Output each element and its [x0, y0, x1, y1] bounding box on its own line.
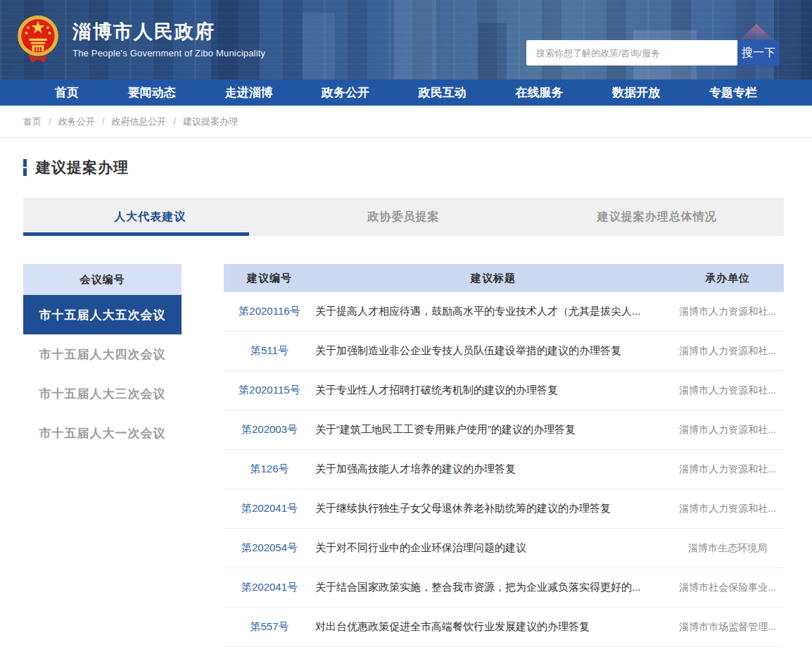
row-number-link[interactable]: 第126号 — [224, 463, 315, 476]
row-title-link[interactable]: 关于结合国家政策实施，整合我市资源，把为企业减负落实得更好的... — [315, 581, 671, 594]
row-title-link[interactable]: 关于“建筑工地民工工资专用账户使用”的建议的办理答复 — [315, 423, 671, 436]
row-org: 淄博市社会保险事业... — [671, 582, 784, 594]
table-row-6: 第202041号关于继续执行独生子女父母退休养老补助统筹的建议的办理答复淄博市人… — [224, 489, 784, 529]
table-row-8: 第202041号关于结合国家政策实施，整合我市资源，把为企业减负落实得更好的..… — [224, 568, 784, 608]
row-title-link[interactable]: 关于专业性人才招聘打破统考机制的建议的办理答复 — [315, 384, 671, 397]
suggestions-table: 建议编号建议标题承办单位 第2020116号关于提高人才相应待遇，鼓励高水平的专… — [224, 264, 784, 647]
site-brand: 淄博市人民政府 The People's Government of Zibo … — [15, 14, 265, 65]
row-org: 淄博市人力资源和社... — [671, 424, 784, 436]
table-header-cell-3: 承办单位 — [671, 272, 784, 285]
table-row-9: 第557号对出台优惠政策促进全市高端餐饮行业发展建议的办理答复淄博市市场监督管理… — [224, 608, 784, 647]
row-org: 淄博市人力资源和社... — [671, 384, 784, 397]
nav-item-7[interactable]: 数据开放 — [612, 84, 660, 101]
skyline-landmark — [740, 24, 773, 39]
main-nav: 首页要闻动态走进淄博政务公开政民互动在线服务数据开放专题专栏 — [0, 80, 812, 106]
row-number-link[interactable]: 第202041号 — [224, 581, 315, 594]
nav-item-2[interactable]: 要闻动态 — [128, 84, 176, 101]
site-title: 淄博市人民政府 — [72, 20, 265, 43]
row-org: 淄博市市场监督管理... — [671, 621, 784, 634]
breadcrumb-item-4: 建议提案办理 — [183, 115, 238, 128]
row-title-link[interactable]: 关于提高人才相应待遇，鼓励高水平的专业技术人才（尤其是拔尖人... — [315, 305, 671, 318]
nav-item-4[interactable]: 政务公开 — [322, 84, 369, 101]
page-title-row: 建议提案办理 — [23, 157, 789, 178]
page-title: 建议提案办理 — [36, 158, 129, 177]
sidebar-item-3[interactable]: 市十五届人大三次会议 — [23, 374, 182, 413]
row-org: 淄博市人力资源和社... — [671, 306, 784, 318]
sidebar-item-1[interactable]: 市十五届人大五次会议 — [23, 295, 182, 334]
row-number-link[interactable]: 第2020116号 — [224, 305, 315, 318]
table-header-cell-2: 建议标题 — [315, 272, 671, 285]
table-row-5: 第126号关于加强高技能人才培养的建议的办理答复淄博市人力资源和社... — [224, 450, 784, 489]
national-emblem-icon — [15, 14, 61, 65]
title-marker — [23, 159, 27, 176]
nav-item-3[interactable]: 走进淄博 — [224, 84, 272, 101]
breadcrumb: 首页/政务公开/政府信息公开/建议提案办理 — [0, 106, 812, 138]
brand-text: 淄博市人民政府 The People's Government of Zibo … — [72, 20, 265, 58]
skyline-building — [303, 13, 335, 80]
table-row-3: 第2020115号关于专业性人才招聘打破统考机制的建议的办理答复淄博市人力资源和… — [224, 371, 784, 410]
row-title-link[interactable]: 关于加强高技能人才培养的建议的办理答复 — [315, 463, 671, 476]
table-body: 第2020116号关于提高人才相应待遇，鼓励高水平的专业技术人才（尤其是拔尖人.… — [224, 292, 784, 647]
table-header-cell-1: 建议编号 — [224, 272, 315, 285]
nav-item-1[interactable]: 首页 — [55, 84, 79, 101]
nav-item-5[interactable]: 政民互动 — [419, 84, 467, 101]
site-header: 淄博市人民政府 The People's Government of Zibo … — [0, 0, 812, 80]
sidebar-header: 会议编号 — [23, 264, 182, 295]
row-title-link[interactable]: 对出台优惠政策促进全市高端餐饮行业发展建议的办理答复 — [315, 620, 671, 634]
tab-1[interactable]: 人大代表建议 — [23, 198, 277, 236]
tab-bar: 人大代表建议政协委员提案建议提案办理总体情况 — [23, 198, 784, 236]
breadcrumb-item-1[interactable]: 首页 — [23, 115, 42, 128]
table-row-2: 第511号关于加强制造业非公企业专技人员队伍建设举措的建议的办理答复淄博市人力资… — [224, 332, 784, 371]
row-title-link[interactable]: 关于对不同行业中的企业环保治理问题的建议 — [315, 541, 671, 555]
tab-3[interactable]: 建议提案办理总体情况 — [531, 198, 784, 236]
row-title-link[interactable]: 关于继续执行独生子女父母退休养老补助统筹的建议的办理答复 — [315, 502, 671, 515]
table-row-4: 第202003号关于“建筑工地民工工资专用账户使用”的建议的办理答复淄博市人力资… — [224, 410, 784, 450]
table-row-7: 第202054号关于对不同行业中的企业环保治理问题的建议淄博市生态环境局 — [224, 529, 784, 568]
skyline-building — [774, 0, 812, 80]
row-number-link[interactable]: 第202003号 — [224, 423, 315, 436]
row-org: 淄博市人力资源和社... — [671, 503, 784, 515]
breadcrumb-item-2[interactable]: 政务公开 — [58, 115, 95, 128]
breadcrumb-separator: / — [102, 116, 105, 127]
sidebar-item-2[interactable]: 市十五届人大四次会议 — [23, 334, 182, 374]
table-header-row: 建议编号建议标题承办单位 — [224, 264, 784, 292]
breadcrumb-separator: / — [173, 116, 176, 127]
breadcrumb-item-3[interactable]: 政府信息公开 — [111, 115, 166, 128]
skyline-building — [394, 0, 436, 80]
row-number-link[interactable]: 第511号 — [224, 344, 315, 358]
nav-item-8[interactable]: 专题专栏 — [709, 84, 757, 101]
site-subtitle: The People's Government of Zibo Municipa… — [72, 48, 265, 58]
row-number-link[interactable]: 第202041号 — [224, 502, 315, 515]
sidebar-item-list: 市十五届人大五次会议市十五届人大四次会议市十五届人大三次会议市十五届人大一次会议 — [23, 295, 182, 453]
breadcrumb-separator: / — [49, 116, 51, 127]
row-org: 淄博市生态环境局 — [671, 542, 784, 555]
row-number-link[interactable]: 第2020115号 — [224, 384, 315, 397]
nav-item-6[interactable]: 在线服务 — [516, 84, 564, 101]
tab-2[interactable]: 政协委员提案 — [277, 198, 530, 236]
sidebar: 会议编号 市十五届人大五次会议市十五届人大四次会议市十五届人大三次会议市十五届人… — [23, 264, 182, 453]
row-number-link[interactable]: 第202054号 — [224, 541, 315, 555]
content: 会议编号 市十五届人大五次会议市十五届人大四次会议市十五届人大三次会议市十五届人… — [23, 264, 784, 647]
row-title-link[interactable]: 关于加强制造业非公企业专技人员队伍建设举措的建议的办理答复 — [315, 344, 671, 358]
skyline-building — [478, 23, 507, 80]
sidebar-item-4[interactable]: 市十五届人大一次会议 — [23, 413, 182, 453]
search-bar: 搜一下 — [526, 40, 780, 65]
row-org: 淄博市人力资源和社... — [671, 463, 784, 476]
table-row-1: 第2020116号关于提高人才相应待遇，鼓励高水平的专业技术人才（尤其是拔尖人.… — [224, 292, 784, 332]
page: 淄博市人民政府 The People's Government of Zibo … — [0, 0, 812, 647]
row-number-link[interactable]: 第557号 — [224, 620, 315, 634]
row-org: 淄博市人力资源和社... — [671, 345, 784, 358]
search-button[interactable]: 搜一下 — [737, 40, 780, 65]
search-input[interactable] — [526, 40, 737, 65]
